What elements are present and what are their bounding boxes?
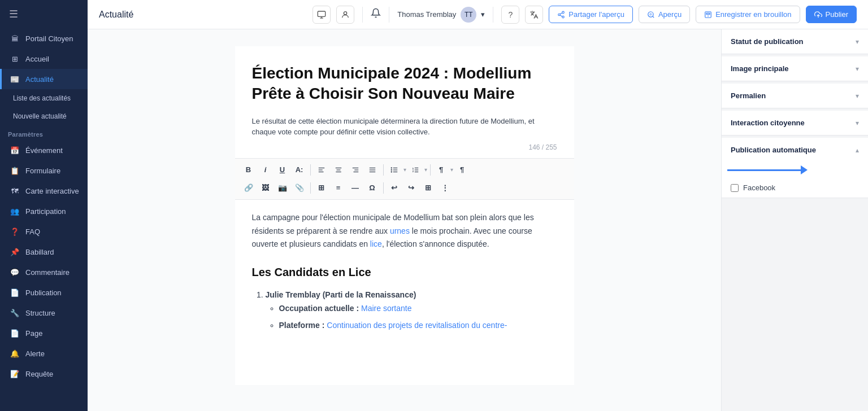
toolbar-sep1	[310, 164, 311, 176]
grid-button[interactable]: ⊞	[420, 180, 436, 196]
numbered-list-button[interactable]	[407, 162, 423, 178]
sidebar-item-label: Événement	[25, 146, 63, 155]
image-button[interactable]: 🖼	[258, 180, 274, 196]
image-principale-section: Image principale ▾	[722, 56, 868, 81]
interaction-citoyenne-section: Interaction citoyenne ▾	[722, 111, 868, 135]
svg-line-8	[560, 12, 562, 14]
hamburger-menu[interactable]: ☰	[0, 0, 88, 28]
dash-button[interactable]: —	[348, 180, 363, 196]
editor-area: Élection Municipale 2024 : Modellium Prê…	[88, 29, 721, 411]
help-icon-btn[interactable]: ?	[501, 6, 519, 24]
bold-button[interactable]: B	[241, 162, 257, 178]
sidebar-item-alerte[interactable]: 🔔 Alerte	[0, 343, 88, 364]
bell-icon[interactable]	[371, 8, 381, 21]
statut-publication-header[interactable]: Statut de publication ▾	[722, 29, 868, 54]
underline-button[interactable]: U	[275, 162, 290, 178]
carte-icon: 🗺	[10, 186, 20, 196]
publish-button[interactable]: Publier	[806, 6, 857, 23]
translate-icon-btn[interactable]	[525, 6, 543, 24]
table-button[interactable]: ⊞	[314, 180, 329, 196]
user-menu[interactable]: Thomas Tremblay TT ▾	[397, 7, 485, 23]
monitor-icon-btn[interactable]	[313, 6, 331, 24]
article-subtitle[interactable]: Le résultat de cette élection municipale…	[235, 110, 574, 141]
article-title[interactable]: Élection Municipale 2024 : Modellium Prê…	[235, 46, 574, 110]
topbar-right: Thomas Tremblay TT ▾ ? Partager l'aperçu…	[313, 6, 857, 24]
sidebar-item-label: FAQ	[25, 228, 40, 236]
sidebar-item-label: Accueil	[25, 55, 49, 63]
video-button[interactable]: 📷	[275, 180, 290, 196]
italic-button[interactable]: i	[258, 162, 274, 178]
facebook-checkbox[interactable]	[731, 184, 739, 192]
sidebar-item-carte-interactive[interactable]: 🗺 Carte interactive	[0, 181, 88, 201]
file-button[interactable]: 📎	[292, 180, 307, 196]
image-principale-header[interactable]: Image principale ▾	[722, 56, 868, 81]
divider	[362, 7, 363, 23]
interaction-citoyenne-header[interactable]: Interaction citoyenne ▾	[722, 111, 868, 135]
chevron-up-icon: ▴	[856, 146, 859, 154]
align-justify-button[interactable]	[364, 162, 380, 178]
page-icon: 📄	[10, 328, 20, 338]
save-draft-button[interactable]: Enregistrer en brouillon	[696, 6, 800, 23]
sidebar-item-label: Structure	[25, 309, 55, 317]
share-preview-button[interactable]: Partager l'aperçu	[549, 6, 633, 23]
align-center-button[interactable]	[331, 162, 346, 178]
sidebar-item-structure[interactable]: 🔧 Structure	[0, 303, 88, 323]
redo-button[interactable]: ↪	[403, 180, 419, 196]
sidebar-item-commentaire[interactable]: 💬 Commentaire	[0, 262, 88, 282]
babillard-icon: 📌	[10, 247, 20, 257]
actualite-icon: 📰	[10, 74, 20, 84]
faq-icon: ❓	[10, 226, 20, 237]
sidebar-item-accueil[interactable]: ⊞ Accueil	[0, 49, 88, 69]
occupation-value: Maire sortante	[361, 304, 411, 313]
publication-automatique-header[interactable]: Publication automatique ▴	[722, 138, 868, 162]
toolbar-row-1: B i U A:	[241, 162, 568, 178]
svg-rect-0	[318, 11, 326, 16]
chevron-down-icon: ▾	[481, 10, 485, 19]
sidebar-item-evenement[interactable]: 📅 Événement	[0, 140, 88, 160]
content-wrapper: Élection Municipale 2024 : Modellium Prê…	[88, 29, 868, 411]
sidebar-item-nouvelle-actualite[interactable]: Nouvelle actualité	[0, 107, 88, 125]
image-principale-title: Image principale	[731, 64, 789, 73]
pilcrow-button[interactable]: ¶	[454, 162, 470, 178]
statut-publication-section: Statut de publication ▾	[722, 29, 868, 54]
chevron-down-icon: ▾	[856, 92, 859, 100]
sidebar-item-page[interactable]: 📄 Page	[0, 323, 88, 343]
arrow-line	[727, 169, 801, 171]
paragraph-button[interactable]: ¶	[433, 162, 449, 178]
bullet-list-button[interactable]	[387, 162, 402, 178]
sidebar-item-portail-citoyen[interactable]: 🏛 Portail Citoyen	[0, 28, 88, 49]
structure-icon: 🔧	[10, 308, 20, 318]
font-size-button[interactable]: A:	[292, 162, 307, 178]
sidebar-item-actualite[interactable]: 📰 Actualité	[0, 69, 88, 89]
more-button[interactable]: ⋮	[437, 180, 453, 196]
sidebar-item-label: Requête	[25, 370, 53, 378]
svg-point-10	[650, 13, 652, 15]
sidebar-item-babillard[interactable]: 📌 Babillard	[0, 242, 88, 262]
facebook-label[interactable]: Facebook	[743, 183, 775, 192]
statut-publication-title: Statut de publication	[731, 37, 804, 46]
person-icon-btn[interactable]	[336, 6, 354, 24]
editor-body[interactable]: La campagne pour l'élection municipale d…	[235, 200, 574, 347]
sidebar-item-participation[interactable]: 👥 Participation	[0, 201, 88, 221]
sidebar-item-liste-actualites[interactable]: Liste des actualités	[0, 89, 88, 107]
svg-point-28	[391, 168, 392, 168]
sidebar-item-faq[interactable]: ❓ FAQ	[0, 221, 88, 242]
align-left-button[interactable]	[314, 162, 329, 178]
permalien-title: Permalien	[731, 91, 766, 100]
sidebar-item-formulaire[interactable]: 📋 Formulaire	[0, 160, 88, 181]
undo-button[interactable]: ↩	[387, 180, 402, 196]
hr-line-button[interactable]: ≡	[331, 180, 346, 196]
align-right-button[interactable]	[348, 162, 363, 178]
sidebar-item-label: Commentaire	[25, 268, 70, 277]
toolbar-sep2	[383, 164, 384, 176]
sidebar-item-requete[interactable]: 📝 Requête	[0, 364, 88, 384]
publication-automatique-title: Publication automatique	[731, 146, 816, 154]
toolbar-sep5	[383, 182, 384, 194]
permalien-header[interactable]: Permalien ▾	[722, 84, 868, 108]
link-button[interactable]: 🔗	[241, 180, 257, 196]
omega-button[interactable]: Ω	[364, 180, 380, 196]
apercu-button[interactable]: Aperçu	[639, 6, 690, 23]
publication-icon: 📄	[10, 287, 20, 298]
sidebar-item-label: Babillard	[25, 248, 54, 256]
sidebar-item-publication[interactable]: 📄 Publication	[0, 282, 88, 303]
